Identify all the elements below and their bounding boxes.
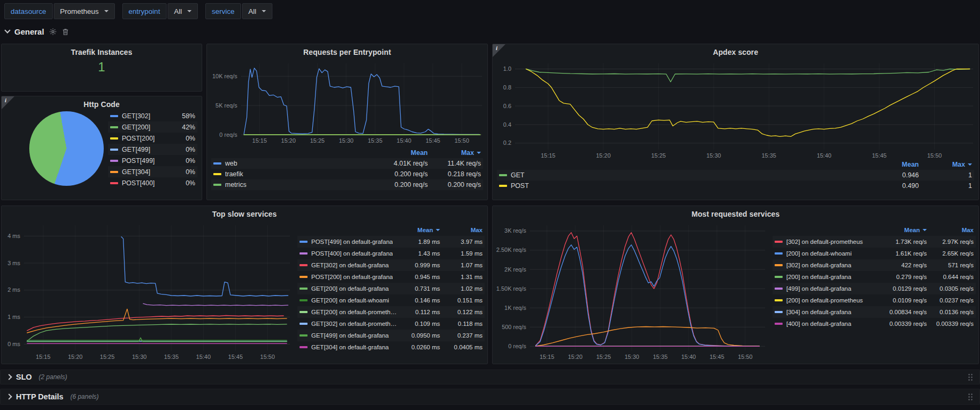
legend-series-name[interactable]: GET[302] — [122, 112, 151, 120]
legend-series-name[interactable]: POST — [511, 182, 529, 190]
legend-series-name[interactable]: [200] on default-prometheus — [786, 297, 863, 304]
legend-series-name[interactable]: GET[200] on default-prometheus — [311, 309, 397, 315]
legend-row: POST[499]0% — [108, 155, 197, 166]
legend-series-name[interactable]: POST[200] — [122, 135, 155, 142]
legend-series-name[interactable]: POST[499] on default-grafana — [311, 239, 393, 245]
time-series-chart[interactable]: 0 ms1 ms2 ms3 ms4 ms15:1515:2015:2515:30… — [3, 222, 294, 362]
legend-sort-max[interactable]: Max — [919, 161, 972, 168]
legend-table: MeanMaxPOST[499] on default-grafana1.89 … — [297, 224, 485, 353]
series-color-swatch — [300, 299, 308, 301]
legend-sort-mean[interactable]: Mean — [866, 161, 919, 168]
legend-value: 0.0109 req/s — [880, 297, 927, 304]
legend-series-name[interactable]: GET[304] — [122, 168, 151, 176]
legend-series-name[interactable]: web — [225, 160, 237, 167]
legend-series-name[interactable]: [200] on default-whoami — [786, 250, 852, 257]
legend-series-name[interactable]: POST[400] on default-grafana — [311, 250, 393, 257]
info-letter: i — [496, 45, 497, 51]
legend-series-name[interactable]: [302] on default-prometheus — [786, 239, 863, 245]
legend-series-name[interactable]: GET[200] on default-grafana — [311, 285, 389, 292]
legend-sort-mean[interactable]: Mean — [397, 227, 440, 233]
legend-series-name[interactable]: [200] on default-grafana — [786, 274, 851, 280]
row-http-details[interactable]: HTTP Details (6 panels) — [0, 389, 980, 405]
time-series-chart[interactable]: 0 req/s5K req/s10K req/s15:1515:2015:251… — [208, 60, 486, 145]
variable-datasource: datasource Prometheus — [4, 3, 115, 19]
legend-series-name[interactable]: GET[302] on default-prometheus — [311, 321, 397, 327]
legend-value: 1.61K req/s — [880, 250, 927, 257]
svg-text:15:35: 15:35 — [761, 152, 776, 159]
row-title[interactable]: HTTP Details — [16, 392, 63, 401]
series-color-swatch — [300, 311, 308, 313]
panel-most-requested-services: Most requested services 0 req/s500 req/s… — [492, 206, 979, 364]
legend-series-name[interactable]: GET[302] on default-grafana — [311, 262, 389, 268]
row-panel-count: (2 panels) — [39, 373, 67, 381]
trash-icon[interactable] — [62, 28, 69, 36]
legend-series-name[interactable]: [499] on default-grafana — [786, 285, 851, 292]
variable-value: All — [174, 7, 182, 15]
variable-value-dropdown[interactable]: Prometheus — [54, 3, 115, 19]
svg-text:15:50: 15:50 — [927, 152, 942, 159]
legend-series-name[interactable]: POST[400] — [122, 179, 155, 187]
svg-text:15:45: 15:45 — [228, 354, 243, 360]
row-slo[interactable]: SLO (2 panels) — [0, 370, 980, 384]
row-title[interactable]: SLO — [16, 373, 32, 381]
chart-svg: 0.20.40.60.81.015:1515:2015:2515:3015:35… — [494, 60, 977, 160]
legend-row: metrics0.200 req/s0.200 req/s — [211, 179, 483, 190]
panel-title[interactable]: Apdex score — [493, 44, 978, 56]
legend-value: 1 — [919, 171, 972, 179]
panel-title[interactable]: Traefik Instances — [2, 44, 202, 56]
variable-label: service — [205, 3, 241, 19]
svg-text:15:50: 15:50 — [454, 137, 469, 144]
panel-title[interactable]: Top slow services — [2, 206, 487, 218]
legend-value: 1.73K req/s — [880, 239, 927, 245]
legend-sort-max[interactable]: Max — [927, 227, 974, 233]
legend-series-name[interactable]: [400] on default-grafana — [786, 321, 851, 327]
pie-chart[interactable] — [29, 111, 104, 186]
legend-value: 0.0129 req/s — [880, 285, 927, 292]
legend-sort-max[interactable]: Max — [428, 149, 481, 157]
legend-series-name[interactable]: traefik — [225, 170, 243, 178]
variable-service: service All — [205, 3, 272, 19]
legend-row: GET[302] on default-grafana0.999 ms1.07 … — [297, 259, 485, 271]
panel-title[interactable]: Most requested services — [493, 206, 978, 218]
legend-series-name[interactable]: GET[499] — [122, 146, 151, 153]
time-series-chart[interactable]: 0.20.40.60.81.015:1515:2015:2515:3015:35… — [494, 60, 977, 160]
legend-sort-max[interactable]: Max — [440, 227, 483, 233]
legend-series-name[interactable]: GET[200] — [122, 124, 151, 131]
series-color-swatch — [499, 174, 507, 176]
svg-text:4 ms: 4 ms — [7, 233, 20, 239]
variable-value-dropdown[interactable]: All — [242, 3, 272, 19]
svg-text:15:25: 15:25 — [100, 354, 115, 360]
row-title[interactable]: General — [14, 27, 44, 36]
drag-handle[interactable] — [968, 373, 973, 381]
legend-sort-mean[interactable]: Mean — [880, 227, 927, 233]
legend-series-name[interactable]: GET[200] on default-whoami — [311, 297, 389, 304]
legend-series-name[interactable]: metrics — [225, 181, 246, 188]
chevron-right-icon — [6, 374, 12, 380]
legend-series-name[interactable]: [302] on default-grafana — [786, 262, 851, 268]
panel-title[interactable]: Http Code — [2, 96, 202, 109]
legend-series-name[interactable]: [304] on default-grafana — [786, 309, 851, 315]
legend-series-name[interactable]: GET — [511, 171, 525, 179]
svg-text:15:45: 15:45 — [872, 152, 887, 159]
gear-icon[interactable] — [49, 28, 57, 36]
svg-text:15:45: 15:45 — [426, 137, 441, 144]
svg-text:15:20: 15:20 — [568, 354, 583, 360]
legend-row: POST0.4901 — [497, 181, 974, 191]
panel-apdex-score: i Apdex score 0.20.40.60.81.015:1515:201… — [492, 44, 979, 200]
series-color-swatch — [775, 288, 783, 290]
legend-value: 0.0136 req/s — [927, 309, 974, 315]
svg-text:1 ms: 1 ms — [7, 314, 20, 320]
svg-text:15:35: 15:35 — [653, 354, 668, 360]
legend-series-name[interactable]: POST[200] on default-grafana — [311, 274, 393, 280]
legend-table: MeanMaxGET0.9461POST0.4901 — [497, 159, 974, 191]
row-general[interactable]: General — [5, 24, 69, 38]
variable-value-dropdown[interactable]: All — [168, 3, 198, 19]
legend-sort-mean[interactable]: Mean — [375, 149, 428, 157]
panel-title[interactable]: Requests per Entrypoint — [207, 44, 487, 56]
legend-series-name[interactable]: GET[499] on default-grafana — [311, 332, 389, 339]
legend-row: GET[499] on default-grafana0.0950 ms0.23… — [297, 330, 485, 341]
time-series-chart[interactable]: 0 req/s500 req/s1K req/s1.50K req/s2K re… — [494, 222, 769, 362]
legend-series-name[interactable]: POST[499] — [122, 157, 155, 165]
drag-handle[interactable] — [968, 393, 973, 401]
legend-series-name[interactable]: GET[304] on default-grafana — [311, 344, 389, 350]
